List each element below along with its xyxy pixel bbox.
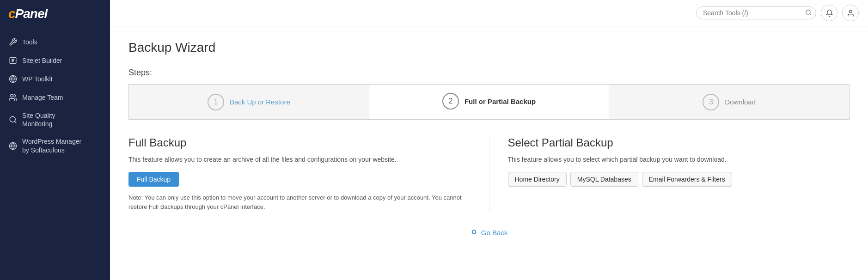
step-1-label: Back Up or Restore	[230, 98, 290, 106]
sidebar-item-sitejet-label: Sitejet Builder	[22, 56, 62, 65]
full-backup-section: Full Backup This feature allows you to c…	[128, 136, 489, 211]
search-submit-button[interactable]	[805, 9, 812, 17]
cpanel-logo: cPanel	[8, 6, 102, 21]
content: Backup Wizard Steps: 1 Back Up or Restor…	[110, 26, 868, 280]
home-directory-button[interactable]: Home Directory	[508, 172, 567, 187]
step-3-label: Download	[725, 98, 756, 106]
user-menu-button[interactable]	[842, 5, 859, 21]
backup-columns: Full Backup This feature allows you to c…	[128, 136, 850, 211]
svg-point-8	[849, 10, 852, 13]
partial-backup-title: Select Partial Backup	[508, 136, 850, 149]
logo-area: cPanel	[0, 0, 110, 28]
sidebar-item-manage-team[interactable]: Manage Team	[0, 88, 110, 107]
sidebar-item-wordpress-manager[interactable]: WordPress Manager by Softaculous	[0, 133, 110, 158]
sidebar-item-manage-team-label: Manage Team	[22, 93, 63, 102]
partial-backup-section: Select Partial Backup This feature allow…	[489, 136, 850, 211]
full-backup-description: This feature allows you to create an arc…	[128, 155, 471, 164]
sidebar-item-site-quality-label: Site Quality Monitoring	[22, 111, 55, 128]
wizard-step-1[interactable]: 1 Back Up or Restore	[129, 85, 369, 119]
wizard-step-2[interactable]: 2 Full or Partial Backup	[369, 85, 610, 119]
sidebar-item-sitejet[interactable]: Sitejet Builder	[0, 51, 110, 70]
sidebar-item-tools[interactable]: Tools	[0, 33, 110, 51]
notifications-button[interactable]	[821, 5, 837, 21]
sidebar-item-wp-toolkit-label: WP Toolkit	[22, 75, 53, 83]
step-1-circle: 1	[208, 94, 224, 110]
sidebar-item-site-quality[interactable]: Site Quality Monitoring	[0, 107, 110, 133]
go-back-label: Go Back	[481, 229, 508, 237]
partial-backup-description: This feature allows you to select which …	[508, 155, 850, 164]
page-title: Backup Wizard	[128, 40, 850, 55]
full-backup-note: Note: You can only use this option to mo…	[128, 193, 471, 211]
svg-line-4	[14, 122, 16, 123]
search-input[interactable]	[696, 6, 816, 19]
mysql-databases-button[interactable]: MySQL Databases	[570, 172, 638, 187]
sitejet-icon	[8, 56, 18, 65]
main-content: Backup Wizard Steps: 1 Back Up or Restor…	[110, 0, 868, 280]
wizard-step-3[interactable]: 3 Download	[609, 85, 849, 119]
wordpress-softaculous-icon	[8, 141, 18, 151]
go-back-area: ⭘ Go Back	[128, 228, 850, 237]
step-2-label: Full or Partial Backup	[465, 97, 536, 105]
topbar	[110, 0, 868, 26]
wizard-steps: 1 Back Up or Restore 2 Full or Partial B…	[128, 84, 850, 120]
sidebar: cPanel Tools Sitejet Builder	[0, 0, 110, 280]
step-2-circle: 2	[442, 93, 459, 110]
go-back-icon: ⭘	[471, 228, 478, 237]
steps-label: Steps:	[128, 68, 850, 78]
wordpress-icon	[8, 74, 18, 84]
person-icon	[8, 93, 18, 102]
full-backup-button[interactable]: Full Backup	[128, 172, 179, 187]
search-icon	[8, 115, 18, 124]
sidebar-item-wp-toolkit[interactable]: WP Toolkit	[0, 70, 110, 88]
search-wrapper	[696, 6, 816, 19]
email-forwarders-button[interactable]: Email Forwarders & Filters	[642, 172, 732, 187]
svg-point-2	[11, 94, 13, 97]
wrench-icon	[8, 37, 18, 47]
sidebar-item-wordpress-manager-label: WordPress Manager by Softaculous	[22, 137, 81, 154]
sidebar-nav: Tools Sitejet Builder WP Toolkit	[0, 28, 110, 164]
svg-line-7	[810, 13, 811, 15]
go-back-link[interactable]: ⭘ Go Back	[471, 228, 508, 237]
full-backup-title: Full Backup	[128, 136, 471, 149]
partial-backup-buttons: Home Directory MySQL Databases Email For…	[508, 172, 850, 187]
sidebar-item-tools-label: Tools	[22, 38, 37, 46]
step-3-circle: 3	[703, 94, 719, 110]
